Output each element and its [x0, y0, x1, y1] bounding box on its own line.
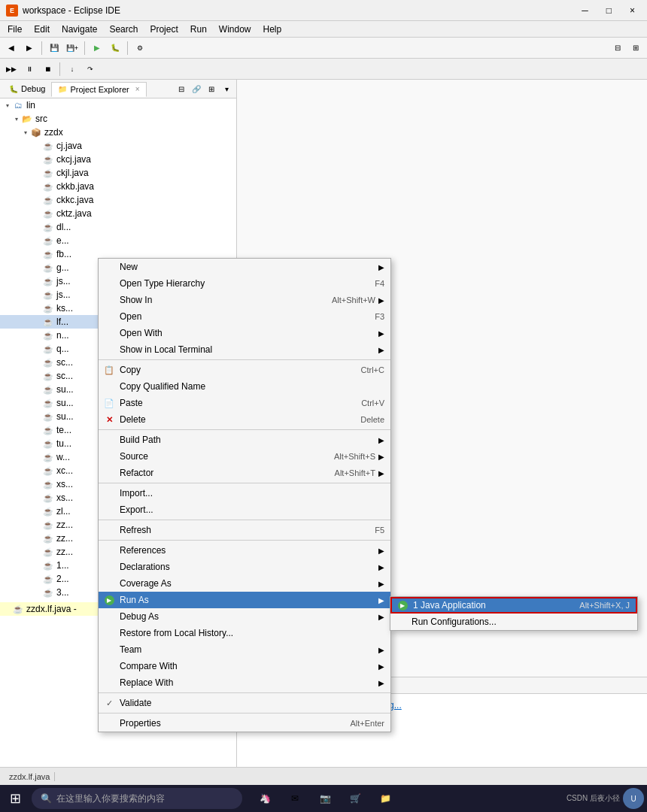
- ctx-export[interactable]: Export...: [99, 501, 390, 518]
- tree-item-cj[interactable]: ▶ ☕ cj.java: [0, 139, 236, 153]
- ctx-copy[interactable]: 📋 Copy Ctrl+C: [99, 362, 390, 378]
- run-configurations[interactable]: Run Configurations...: [390, 614, 637, 630]
- tree-item-ckjl[interactable]: ▶ ☕ ckjl.java: [0, 166, 236, 180]
- minimize-button[interactable]: ─: [576, 5, 594, 16]
- toolbar2-btn2[interactable]: ⏸: [21, 61, 38, 77]
- tree-item-el[interactable]: ▶ ☕ e...: [0, 234, 236, 247]
- ctx-build-path[interactable]: Build Path ▶: [99, 432, 390, 448]
- taskbar-animal-icon[interactable]: 🦄: [253, 786, 277, 810]
- view-menu-button[interactable]: ▾: [220, 82, 233, 95]
- menu-window[interactable]: Window: [214, 23, 256, 36]
- ctx-refactor[interactable]: Refactor Alt+Shift+T ▶: [99, 465, 390, 481]
- ctx-copy-qualified[interactable]: Copy Qualified Name: [99, 378, 390, 395]
- maximize-button[interactable]: □: [600, 5, 618, 16]
- run-as-java-app[interactable]: ▶ 1 Java Application Alt+Shift+X, J: [390, 597, 637, 614]
- ctx-replace-with[interactable]: Replace With ▶: [99, 674, 390, 691]
- ctx-paste[interactable]: 📄 Paste Ctrl+V: [99, 395, 390, 411]
- label-ckcj: ckcj.java: [56, 154, 91, 165]
- close-button[interactable]: ×: [624, 5, 641, 16]
- ctx-build-path-label: Build Path: [120, 435, 375, 445]
- tree-item-ckkc[interactable]: ▶ ☕ ckkc.java: [0, 193, 236, 207]
- ctx-refactor-label: Refactor: [120, 468, 320, 478]
- menu-help[interactable]: Help: [259, 23, 287, 36]
- menu-bar: File Edit Navigate Search Project Run Wi…: [0, 21, 647, 38]
- ctx-show-in[interactable]: Show In Alt+Shift+W ▶: [99, 292, 390, 308]
- icon-js1: ☕: [42, 275, 54, 287]
- ctx-declarations[interactable]: Declarations ▶: [99, 559, 390, 575]
- run-as-icon: ▶: [103, 594, 115, 606]
- ctx-restore-history[interactable]: Restore from Local History...: [99, 625, 390, 641]
- menu-project[interactable]: Project: [145, 23, 182, 36]
- ctx-delete[interactable]: ✕ Delete Delete: [99, 411, 390, 428]
- label-xs1: xs...: [56, 479, 73, 489]
- start-button[interactable]: ⊞: [3, 786, 27, 810]
- debug-icon: 🐛: [9, 85, 18, 93]
- ctx-import[interactable]: Import...: [99, 485, 390, 501]
- tree-item-ckkb[interactable]: ▶ ☕ ckkb.java: [0, 180, 236, 193]
- ctx-validate[interactable]: ✓ Validate: [99, 695, 390, 711]
- ctx-new[interactable]: New ▶: [99, 259, 390, 275]
- tab-project-explorer[interactable]: 📁 Project Explorer ×: [51, 82, 146, 97]
- collapse-all-button[interactable]: ⊟: [175, 82, 188, 95]
- ctx-properties[interactable]: Properties Alt+Enter: [99, 715, 390, 732]
- menu-file[interactable]: File: [3, 23, 26, 36]
- ctx-open[interactable]: Open F3: [99, 308, 390, 325]
- ctx-coverage-as[interactable]: Coverage As ▶: [99, 575, 390, 592]
- ctx-sep3: [99, 483, 390, 483]
- toolbar-maximize-panel[interactable]: ⊞: [627, 40, 644, 56]
- toolbar-back[interactable]: ◀: [3, 40, 20, 56]
- tab-debug[interactable]: 🐛 Debug: [3, 82, 51, 95]
- toolbar2-step-over[interactable]: ↷: [82, 61, 99, 77]
- toolbar-more[interactable]: ⚙: [132, 40, 148, 56]
- menu-run[interactable]: Run: [186, 23, 211, 36]
- ctx-run-as[interactable]: ▶ Run As ▶: [99, 592, 390, 608]
- ctx-refresh-shortcut: F5: [375, 526, 384, 535]
- toolbar-run[interactable]: ▶: [89, 40, 105, 56]
- label-cj: cj.java: [56, 141, 82, 151]
- explorer-tab-close[interactable]: ×: [135, 85, 140, 93]
- toolbar2-btn3[interactable]: ⏹: [39, 61, 56, 77]
- ctx-refresh[interactable]: Refresh F5: [99, 522, 390, 538]
- toolbar2-step-into[interactable]: ↓: [64, 61, 80, 77]
- toolbar-save-all[interactable]: 💾+: [64, 40, 80, 56]
- search-magnifier-icon: 🔍: [41, 793, 52, 804]
- ctx-source[interactable]: Source Alt+Shift+S ▶: [99, 448, 390, 465]
- ctx-open-type-hierarchy[interactable]: Open Type Hierarchy F4: [99, 275, 390, 292]
- tree-item-src[interactable]: ▾ 📂 src: [0, 112, 236, 126]
- ctx-compare-with[interactable]: Compare With ▶: [99, 658, 390, 674]
- icon-wl: ☕: [42, 451, 54, 463]
- tree-item-ckcj[interactable]: ▶ ☕ ckcj.java: [0, 153, 236, 166]
- java-app-label: 1 Java Application: [413, 600, 579, 611]
- toolbar-minimize-panel[interactable]: ⊟: [609, 40, 626, 56]
- toolbar-save[interactable]: 💾: [46, 40, 62, 56]
- ctx-source-label: Source: [120, 451, 319, 462]
- taskbar-mail-icon[interactable]: ✉: [283, 786, 307, 810]
- tree-item-cktz[interactable]: ▶ ☕ cktz.java: [0, 207, 236, 220]
- filter-button[interactable]: ⊞: [205, 82, 218, 95]
- label-ckkc: ckkc.java: [56, 195, 93, 205]
- menu-edit[interactable]: Edit: [29, 23, 54, 36]
- ctx-debug-as[interactable]: Debug As ▶: [99, 608, 390, 625]
- toolbar-fwd[interactable]: ▶: [21, 40, 38, 56]
- toolbar2-btn1[interactable]: ▶▶: [3, 61, 20, 77]
- taskbar-camera-icon[interactable]: 📷: [313, 786, 337, 810]
- tree-item-zzdx[interactable]: ▾ 📦 zzdx: [0, 126, 236, 139]
- taskbar-store-icon[interactable]: 🛒: [343, 786, 367, 810]
- tree-item-lin[interactable]: ▾ 🗂 lin: [0, 98, 236, 112]
- status-bar: zzdx.lf.java: [0, 767, 647, 785]
- menu-navigate[interactable]: Navigate: [57, 23, 102, 36]
- toolbar-debug[interactable]: 🐛: [107, 40, 123, 56]
- ctx-team[interactable]: Team ▶: [99, 641, 390, 658]
- ctx-open-with[interactable]: Open With ▶: [99, 325, 390, 341]
- taskbar-search-box[interactable]: 🔍 在这里输入你要搜索的内容: [32, 788, 242, 809]
- taskbar-avatar[interactable]: U: [623, 788, 644, 809]
- ctx-export-label: Export...: [120, 504, 384, 515]
- menu-search[interactable]: Search: [105, 23, 142, 36]
- tree-item-dl[interactable]: ▶ ☕ dl...: [0, 220, 236, 234]
- taskbar-files-icon[interactable]: 📁: [373, 786, 397, 810]
- ctx-show-local-terminal[interactable]: Show in Local Terminal ▶: [99, 341, 390, 358]
- icon-n1: ☕: [42, 559, 54, 571]
- taskbar-search-placeholder: 在这里输入你要搜索的内容: [56, 792, 165, 805]
- ctx-references[interactable]: References ▶: [99, 542, 390, 559]
- link-editor-button[interactable]: 🔗: [190, 82, 203, 95]
